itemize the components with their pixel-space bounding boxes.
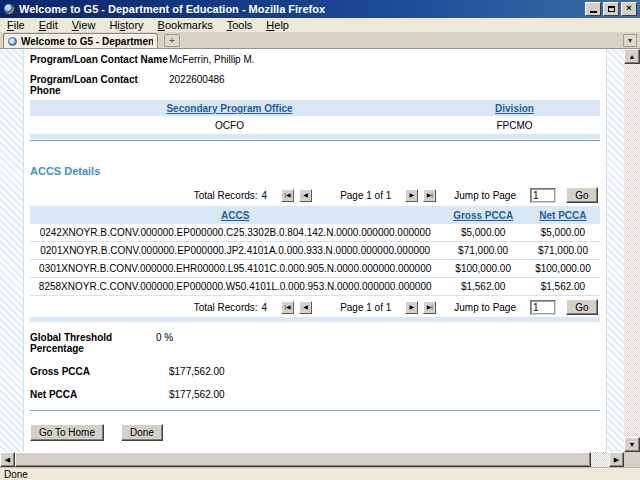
page-indicator: Page 1 of 1 bbox=[340, 190, 391, 201]
pager-top: Total Records: 4 |◀ ◀ Page 1 of 1 ▶ ▶| J… bbox=[30, 187, 600, 203]
accs-column-link[interactable]: ACCS bbox=[221, 210, 249, 221]
global-threshold-label: Global Threshold Percentage bbox=[30, 332, 156, 354]
table-row: 0201XNOYR.B.CONV.000000.EP000000.JP2.410… bbox=[30, 242, 600, 260]
office-table: Secondary Program Office Division OCFO F… bbox=[30, 100, 600, 139]
contact-name-row: Program/Loan Contact Name McFerrin, Phil… bbox=[30, 54, 600, 65]
list-tabs-button[interactable]: ▾ bbox=[623, 34, 637, 47]
divider-line bbox=[30, 410, 600, 411]
jump-to-page-input[interactable] bbox=[530, 300, 556, 315]
gross-pcca-cell: $5,000.00 bbox=[440, 227, 526, 238]
go-to-home-button[interactable]: Go To Home bbox=[30, 424, 104, 441]
horizontal-scroll-track[interactable] bbox=[15, 452, 609, 467]
vertical-scrollbar[interactable]: ▲ ▼ bbox=[624, 49, 640, 452]
first-page-button[interactable]: |◀ bbox=[281, 301, 294, 314]
net-pcca-cell: $1,562.00 bbox=[526, 281, 600, 292]
table-row: 0242XNOYR.B.CONV.000000.EP000000.C25.330… bbox=[30, 224, 600, 242]
net-pcca-cell: $5,000.00 bbox=[526, 227, 600, 238]
horizontal-scroll-thumb[interactable] bbox=[15, 452, 591, 467]
total-records-label: Total Records: bbox=[194, 302, 258, 313]
contact-phone-value: 2022600486 bbox=[169, 74, 225, 85]
last-page-button[interactable]: ▶| bbox=[423, 301, 436, 314]
first-page-button[interactable]: |◀ bbox=[281, 189, 294, 202]
new-tab-button[interactable]: + bbox=[164, 34, 180, 47]
menu-edit[interactable]: Edit bbox=[32, 18, 65, 33]
next-page-button[interactable]: ▶ bbox=[405, 189, 418, 202]
title-bar: Welcome to G5 - Department of Education … bbox=[0, 0, 640, 18]
close-button[interactable]: × bbox=[621, 2, 637, 16]
pager-bottom: Total Records: 4 |◀ ◀ Page 1 of 1 ▶ ▶| J… bbox=[30, 299, 600, 315]
gross-pcca-value: $177,562.00 bbox=[169, 366, 225, 377]
status-text: Done bbox=[4, 469, 28, 480]
global-threshold-value: 0 % bbox=[156, 332, 173, 343]
division-value: FPCMO bbox=[429, 120, 600, 131]
office-table-header: Secondary Program Office Division bbox=[30, 100, 600, 116]
contact-phone-label: Program/Loan Contact Phone bbox=[30, 74, 169, 96]
menu-bookmarks[interactable]: Bookmarks bbox=[151, 18, 220, 33]
page-right-margin bbox=[607, 49, 624, 452]
minimize-button[interactable] bbox=[585, 2, 601, 16]
gross-pcca-label: Gross PCCA bbox=[30, 366, 169, 377]
action-buttons: Go To Home Done bbox=[30, 424, 600, 441]
accs-code: 0301XNOYR.B.CONV.000000.EHR00000.L95.410… bbox=[30, 263, 440, 274]
scrollbar-corner bbox=[624, 452, 640, 467]
scroll-up-button[interactable]: ▲ bbox=[624, 49, 640, 64]
net-pcca-label: Net PCCA bbox=[30, 389, 169, 400]
restore-icon bbox=[608, 6, 615, 12]
last-page-button[interactable]: ▶| bbox=[423, 189, 436, 202]
contact-phone-row: Program/Loan Contact Phone 2022600486 bbox=[30, 74, 600, 96]
total-records-value: 4 bbox=[262, 302, 268, 313]
menu-file[interactable]: File bbox=[0, 18, 32, 33]
page-indicator: Page 1 of 1 bbox=[340, 302, 391, 313]
vertical-scroll-track[interactable] bbox=[624, 64, 640, 437]
restore-button[interactable] bbox=[603, 2, 619, 16]
page-left-margin bbox=[0, 49, 23, 452]
menu-view[interactable]: View bbox=[65, 18, 103, 33]
page-content: Program/Loan Contact Name McFerrin, Phil… bbox=[23, 49, 607, 452]
go-button-top[interactable]: Go bbox=[566, 187, 598, 203]
menu-history[interactable]: History bbox=[102, 18, 150, 33]
done-button[interactable]: Done bbox=[121, 424, 163, 441]
accs-table-footer-strip bbox=[30, 317, 600, 322]
previous-page-button[interactable]: ◀ bbox=[299, 189, 312, 202]
tab-title: Welcome to G5 - Department of Edu... bbox=[21, 36, 153, 47]
jump-to-page-label: Jump to Page bbox=[454, 302, 516, 313]
gross-pcca-cell: $100,000.00 bbox=[440, 263, 526, 274]
menu-tools[interactable]: Tools bbox=[220, 18, 260, 33]
gross-pcca-column-link[interactable]: Gross PCCA bbox=[453, 210, 513, 221]
net-pcca-cell: $71,000.00 bbox=[526, 245, 600, 256]
accs-code: 0201XNOYR.B.CONV.000000.EP000000.JP2.410… bbox=[30, 245, 440, 256]
contact-name-label: Program/Loan Contact Name bbox=[30, 54, 169, 65]
scroll-left-button[interactable]: ◀ bbox=[0, 452, 15, 467]
gross-pcca-cell: $71,000.00 bbox=[440, 245, 526, 256]
contact-name-value: McFerrin, Phillip M. bbox=[169, 54, 255, 65]
menu-help[interactable]: Help bbox=[259, 18, 296, 33]
net-pcca-column-link[interactable]: Net PCCA bbox=[539, 210, 586, 221]
tab-bar: Welcome to G5 - Department of Edu... + ▾ bbox=[0, 33, 640, 49]
table-row: 0301XNOYR.B.CONV.000000.EHR00000.L95.410… bbox=[30, 260, 600, 278]
window-title: Welcome to G5 - Department of Education … bbox=[19, 3, 585, 15]
scroll-right-button[interactable]: ▶ bbox=[609, 452, 624, 467]
tab-welcome-to-g5[interactable]: Welcome to G5 - Department of Edu... bbox=[3, 33, 158, 48]
jump-to-page-input[interactable] bbox=[530, 188, 556, 203]
jump-to-page-label: Jump to Page bbox=[454, 190, 516, 201]
net-pcca-row: Net PCCA $177,562.00 bbox=[30, 389, 600, 400]
secondary-program-office-column-link[interactable]: Secondary Program Office bbox=[166, 103, 292, 114]
firefox-icon bbox=[3, 3, 15, 15]
menu-bar: File Edit View History Bookmarks Tools H… bbox=[0, 18, 640, 33]
division-column-link[interactable]: Division bbox=[495, 103, 534, 114]
horizontal-scrollbar[interactable]: ◀ ▶ bbox=[0, 452, 624, 467]
office-value: OCFO bbox=[30, 120, 429, 131]
site-globe-icon bbox=[8, 37, 17, 46]
accs-details-title: ACCS Details bbox=[30, 165, 600, 177]
previous-page-button[interactable]: ◀ bbox=[299, 301, 312, 314]
gross-pcca-row: Gross PCCA $177,562.00 bbox=[30, 366, 600, 377]
scroll-down-button[interactable]: ▼ bbox=[624, 437, 640, 452]
office-table-row: OCFO FPCMO bbox=[30, 116, 600, 134]
accs-table: ACCS Gross PCCA Net PCCA 0242XNOYR.B.CON… bbox=[30, 206, 600, 296]
gross-pcca-cell: $1,562.00 bbox=[440, 281, 526, 292]
go-button-bottom[interactable]: Go bbox=[566, 299, 598, 315]
next-page-button[interactable]: ▶ bbox=[405, 301, 418, 314]
page-viewport: Program/Loan Contact Name McFerrin, Phil… bbox=[0, 49, 624, 452]
net-pcca-cell: $100,000.00 bbox=[526, 263, 600, 274]
net-pcca-value: $177,562.00 bbox=[169, 389, 225, 400]
